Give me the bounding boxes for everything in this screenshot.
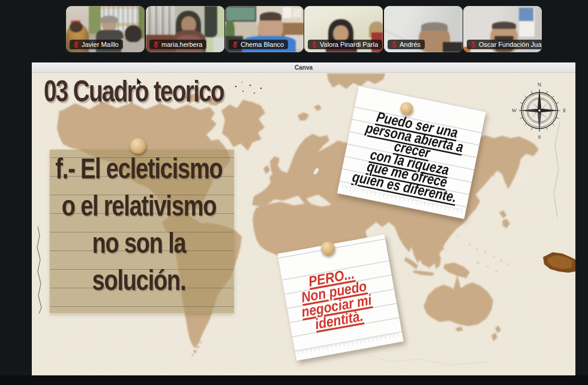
- svg-text:W: W: [512, 108, 517, 114]
- svg-text:E: E: [563, 108, 566, 114]
- svg-text:N: N: [538, 82, 542, 88]
- svg-text:S: S: [538, 134, 541, 140]
